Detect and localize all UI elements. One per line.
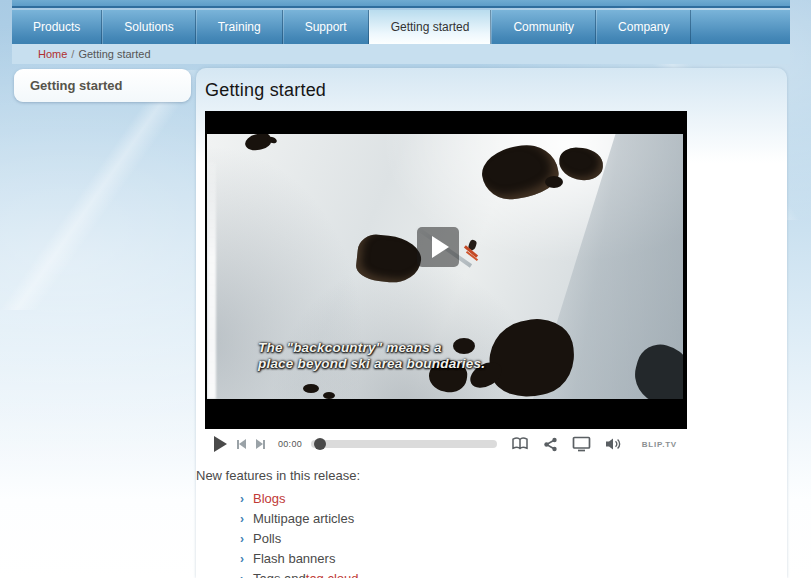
rock-blob (545, 176, 563, 188)
rock-blob (479, 141, 561, 203)
list-item: ›Polls (196, 531, 787, 551)
player-right-controls (497, 436, 622, 452)
play-icon[interactable] (214, 436, 227, 452)
list-item: ›Multipage articles (196, 511, 787, 531)
feature-list: ›Blogs ›Multipage articles ›Polls ›Flash… (196, 491, 787, 578)
bliptv-logo: BLIP.TV (642, 440, 677, 449)
main-navigation: Products Solutions Training Support Gett… (12, 10, 790, 44)
intro-text: New features in this release: (196, 468, 787, 483)
nav-tab-training[interactable]: Training (196, 10, 283, 44)
rock-blob (323, 392, 335, 399)
share-icon[interactable] (543, 437, 558, 452)
arrow-bullet-icon: › (240, 552, 244, 566)
progress-bar[interactable] (311, 440, 497, 448)
video-player[interactable]: The "backcountry" means a place beyond s… (205, 111, 687, 429)
feature-link-tag-cloud[interactable]: tag cloud (306, 571, 359, 578)
nav-tab-solutions[interactable]: Solutions (102, 10, 195, 44)
player-controls: 00:00 BLIP.TV (205, 429, 687, 459)
arrow-bullet-icon: › (240, 572, 244, 578)
content-panel: Getting started The "b (196, 68, 787, 578)
list-item-text: Multipage articles (253, 511, 354, 526)
screen-icon[interactable] (572, 436, 591, 452)
play-overlay-button[interactable] (417, 227, 459, 267)
frame-highlight (207, 162, 216, 399)
arrow-bullet-icon: › (240, 532, 244, 546)
rock-blob (303, 384, 319, 393)
play-icon (432, 236, 449, 258)
nav-tab-community[interactable]: Community (491, 10, 596, 44)
sidebar-item-getting-started[interactable]: Getting started (14, 69, 191, 102)
previous-icon[interactable] (237, 439, 246, 449)
video-subtitle: The "backcountry" means a place beyond s… (258, 340, 485, 372)
list-item-text: Flash banners (253, 551, 335, 566)
arrow-bullet-icon: › (240, 492, 244, 506)
arrow-bullet-icon: › (240, 512, 244, 526)
rock-blob (557, 146, 604, 182)
nav-tab-products[interactable]: Products (12, 10, 102, 44)
breadcrumb: Home/Getting started (12, 44, 790, 64)
breadcrumb-current: Getting started (78, 48, 150, 60)
volume-icon[interactable] (605, 437, 622, 451)
book-icon[interactable] (511, 437, 529, 451)
time-display: 00:00 (278, 439, 302, 449)
page-title: Getting started (205, 80, 787, 101)
list-item-text: Tags and (253, 571, 306, 578)
nav-tab-support[interactable]: Support (283, 10, 369, 44)
next-icon[interactable] (256, 439, 265, 449)
sidebar-item-label: Getting started (30, 78, 122, 93)
header-strip (12, 0, 790, 8)
nav-tab-company[interactable]: Company (596, 10, 691, 44)
breadcrumb-home-link[interactable]: Home (38, 48, 67, 60)
breadcrumb-separator: / (71, 48, 74, 60)
rock-blob (355, 233, 423, 285)
subtitle-line-1: The "backcountry" means a (258, 340, 485, 356)
list-item: ›Tags and tag cloud (196, 571, 787, 578)
nav-tab-getting-started[interactable]: Getting started (369, 10, 492, 44)
subtitle-line-2: place beyond ski area boundaries. (258, 356, 485, 372)
nav-filler (691, 10, 790, 44)
list-item-text: Polls (253, 531, 281, 546)
feature-link-blogs[interactable]: Blogs (253, 491, 286, 506)
list-item: ›Blogs (196, 491, 787, 511)
list-item: ›Flash banners (196, 551, 787, 571)
progress-knob[interactable] (314, 438, 326, 450)
nav-tab-label: Getting started (391, 20, 470, 34)
